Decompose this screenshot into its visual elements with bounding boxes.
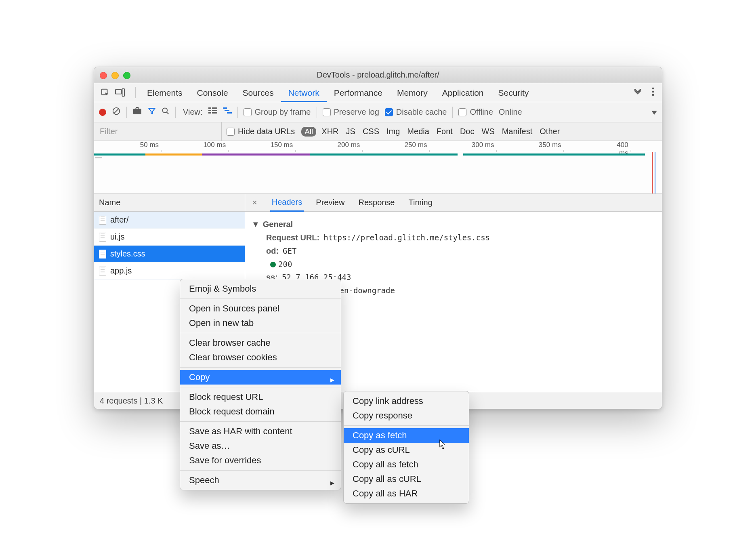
tab-timing[interactable]: Timing xyxy=(407,194,434,212)
menu-speech[interactable]: Speech xyxy=(180,473,341,488)
menu-copy-all-har[interactable]: Copy all as HAR xyxy=(344,486,469,501)
capture-screenshot-icon[interactable] xyxy=(132,107,142,117)
tab-sources[interactable]: Sources xyxy=(235,83,281,102)
menu-clear-cache[interactable]: Clear browser cache xyxy=(180,336,341,350)
menu-block-domain[interactable]: Block request domain xyxy=(180,404,341,419)
group-by-frame[interactable]: Group by frame xyxy=(244,107,311,117)
menu-copy-all-curl[interactable]: Copy all as cURL xyxy=(344,472,469,486)
filter-input[interactable] xyxy=(94,122,222,141)
close-detail-icon[interactable]: × xyxy=(250,198,260,207)
large-rows-icon[interactable] xyxy=(208,107,217,117)
general-section[interactable]: ▼ General xyxy=(252,220,653,229)
tick: 150 ms xyxy=(270,141,295,152)
inspect-icon[interactable] xyxy=(101,88,109,97)
tab-performance[interactable]: Performance xyxy=(327,83,390,102)
context-menu: Emoji & Symbols Open in Sources panel Op… xyxy=(180,279,341,490)
svg-rect-2 xyxy=(122,89,125,96)
tab-console[interactable]: Console xyxy=(190,83,235,102)
devtools-window: DevTools - preload.glitch.me/after/ Elem… xyxy=(94,67,662,409)
tab-response[interactable]: Response xyxy=(357,194,396,212)
request-method: od:GET xyxy=(266,246,653,256)
svg-rect-12 xyxy=(212,110,217,111)
svg-point-8 xyxy=(163,108,168,113)
request-row[interactable]: ui.js xyxy=(94,229,245,246)
network-toolbar: View: Group by frame Preserve log Disabl… xyxy=(94,102,662,122)
filter-type-img[interactable]: Img xyxy=(383,127,403,136)
name-column-header[interactable]: Name xyxy=(94,194,245,212)
menu-save-har[interactable]: Save as HAR with content xyxy=(180,424,341,439)
waterfall-icon[interactable] xyxy=(223,107,232,117)
status-ok-icon xyxy=(270,262,276,267)
tick: 350 ms xyxy=(539,141,564,152)
filter-type-media[interactable]: Media xyxy=(403,127,433,136)
document-icon xyxy=(99,216,106,225)
menu-open-in-new-tab[interactable]: Open in new tab xyxy=(180,316,341,330)
request-row[interactable]: styles.css xyxy=(94,246,245,263)
network-split: Name after/ ui.js styles.css app.js × He… xyxy=(94,194,662,392)
menu-copy-all-fetch[interactable]: Copy all as fetch xyxy=(344,457,469,472)
filter-icon[interactable] xyxy=(148,107,156,117)
tab-headers[interactable]: Headers xyxy=(270,194,304,212)
filter-type-css[interactable]: CSS xyxy=(359,127,383,136)
filter-type-font[interactable]: Font xyxy=(433,127,456,136)
tab-network[interactable]: Network xyxy=(281,83,327,102)
filter-type-xhr[interactable]: XHR xyxy=(318,127,342,136)
detail-tabs: × Headers Preview Response Timing xyxy=(245,194,662,212)
menu-copy-response[interactable]: Copy response xyxy=(344,408,469,423)
window-title: DevTools - preload.glitch.me/after/ xyxy=(94,70,662,80)
tab-security[interactable]: Security xyxy=(491,83,536,102)
tab-memory[interactable]: Memory xyxy=(390,83,435,102)
device-toolbar-icon[interactable] xyxy=(115,88,125,97)
tab-application[interactable]: Application xyxy=(435,83,491,102)
filter-type-doc[interactable]: Doc xyxy=(456,127,478,136)
filter-type-other[interactable]: Other xyxy=(536,127,563,136)
kebab-menu-icon[interactable] xyxy=(651,87,655,98)
tick: 400 ms xyxy=(608,141,630,152)
hide-data-urls[interactable]: Hide data URLs xyxy=(222,127,300,136)
svg-rect-9 xyxy=(208,107,211,109)
menu-save-as[interactable]: Save as… xyxy=(180,439,341,453)
preserve-log[interactable]: Preserve log xyxy=(323,107,379,117)
menu-clear-cookies[interactable]: Clear browser cookies xyxy=(180,350,341,365)
record-button[interactable] xyxy=(99,109,106,116)
offline-toggle[interactable]: Offline xyxy=(458,107,493,117)
menu-emoji-symbols[interactable]: Emoji & Symbols xyxy=(180,282,341,296)
tab-preview[interactable]: Preview xyxy=(314,194,346,212)
tick: 50 ms xyxy=(140,141,161,152)
tick: 100 ms xyxy=(203,141,228,152)
throttling-select[interactable]: Online xyxy=(499,107,522,117)
svg-rect-1 xyxy=(116,90,122,94)
menu-open-in-sources[interactable]: Open in Sources panel xyxy=(180,301,341,316)
request-row[interactable]: after/ xyxy=(94,212,245,229)
filter-type-all[interactable]: All xyxy=(301,127,316,137)
menu-save-overrides[interactable]: Save for overrides xyxy=(180,453,341,468)
filter-type-js[interactable]: JS xyxy=(342,127,359,136)
panel-tabs: Elements Console Sources Network Perform… xyxy=(94,83,662,102)
filter-type-ws[interactable]: WS xyxy=(478,127,498,136)
disable-cache[interactable]: Disable cache xyxy=(385,107,447,117)
svg-point-5 xyxy=(652,94,654,96)
svg-rect-10 xyxy=(212,107,217,109)
filter-type-manifest[interactable]: Manifest xyxy=(498,127,536,136)
tab-elements[interactable]: Elements xyxy=(140,83,190,102)
document-icon xyxy=(99,267,106,275)
document-icon xyxy=(99,250,106,259)
menu-copy[interactable]: Copy xyxy=(180,370,341,385)
svg-rect-11 xyxy=(208,110,211,111)
clear-icon[interactable] xyxy=(112,107,121,118)
menu-copy-as-fetch[interactable]: Copy as fetch xyxy=(344,428,469,443)
menu-copy-as-curl[interactable]: Copy as cURL xyxy=(344,443,469,457)
request-row[interactable]: app.js xyxy=(94,263,245,280)
timeline-overview[interactable]: 50 ms 100 ms 150 ms 200 ms 250 ms 300 ms… xyxy=(94,141,662,194)
tick: 250 ms xyxy=(405,141,430,152)
svg-rect-13 xyxy=(208,112,211,114)
titlebar: DevTools - preload.glitch.me/after/ xyxy=(94,67,662,83)
search-icon[interactable] xyxy=(162,107,170,117)
more-tabs-icon[interactable] xyxy=(633,88,643,97)
request-url: Request URL:https://preload.glitch.me/st… xyxy=(266,233,653,242)
menu-block-url[interactable]: Block request URL xyxy=(180,390,341,404)
menu-copy-link[interactable]: Copy link address xyxy=(344,394,469,408)
drawer-toggle-icon[interactable] xyxy=(651,107,657,117)
svg-rect-15 xyxy=(223,107,227,109)
svg-rect-17 xyxy=(227,112,232,114)
